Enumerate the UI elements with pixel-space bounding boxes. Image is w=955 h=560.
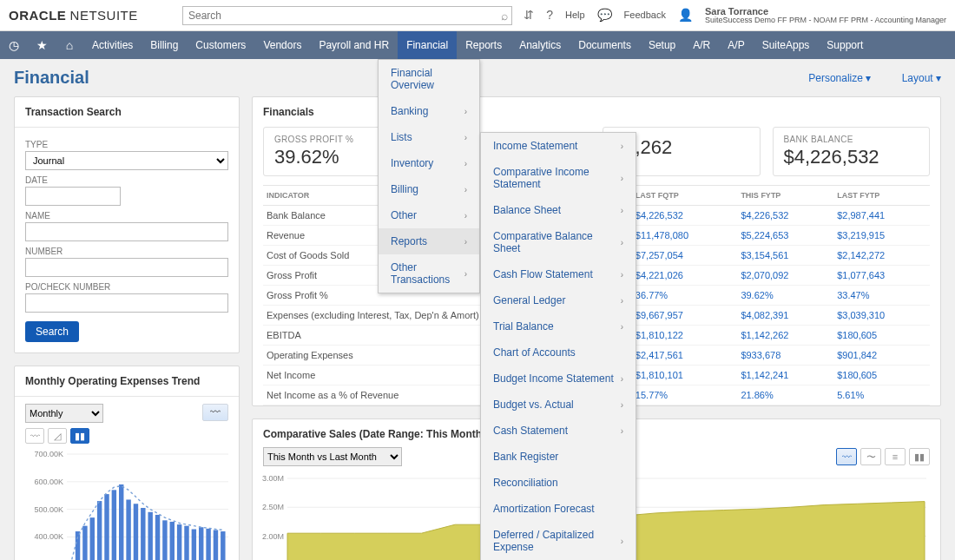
kpi-bank-balance: BANK BALANCE $4,226,532: [773, 127, 931, 176]
nav-setup[interactable]: Setup: [640, 31, 684, 59]
cs-range-select[interactable]: This Month vs Last Month: [263, 447, 402, 466]
help-icon[interactable]: ?: [546, 8, 553, 22]
role-switch-icon[interactable]: ⇵: [524, 8, 534, 22]
menu-deferred[interactable]: Deferred / Capitalized Expense›: [481, 522, 636, 560]
chevron-right-icon: ›: [621, 400, 623, 410]
nav-reports[interactable]: Reports: [457, 31, 510, 59]
menu-balance-sheet[interactable]: Balance Sheet›: [481, 197, 636, 223]
user-role: SuiteSuccess Demo FF PRM - NOAM FF PRM -…: [705, 16, 946, 24]
menu-cashflow[interactable]: Cash Flow Statement›: [481, 261, 636, 287]
menu-amortization[interactable]: Amortization Forecast: [481, 496, 636, 522]
nav-activities[interactable]: Activities: [83, 31, 142, 59]
menu-banking[interactable]: Banking›: [379, 98, 479, 124]
search-icon[interactable]: ⌕: [501, 9, 508, 23]
menu-income-statement[interactable]: Income Statement›: [481, 133, 636, 159]
svg-rect-28: [184, 526, 188, 560]
nav-ar[interactable]: A/R: [684, 31, 719, 59]
svg-rect-33: [221, 531, 225, 560]
menu-coa[interactable]: Chart of Accounts: [481, 339, 636, 366]
recent-icon[interactable]: ◷: [0, 38, 28, 52]
chart-area-icon[interactable]: 〰: [836, 448, 857, 465]
favorites-icon[interactable]: ★: [28, 38, 56, 52]
ts-number-input[interactable]: [25, 258, 228, 277]
ts-title: Transaction Search: [15, 97, 239, 128]
nav-documents[interactable]: Documents: [570, 31, 640, 59]
chart-area-icon[interactable]: ◿: [48, 428, 67, 444]
page-title: Financial: [14, 68, 89, 88]
menu-reports[interactable]: Reports›: [379, 228, 479, 254]
svg-rect-23: [148, 512, 152, 560]
kpi-label: BANK BALANCE: [784, 135, 919, 144]
search-input[interactable]: [182, 6, 512, 25]
svg-rect-16: [97, 501, 102, 560]
menu-gl[interactable]: General Ledger›: [481, 287, 636, 313]
layout-link[interactable]: Layout ▾: [888, 72, 941, 84]
cell-last-fytp: 33.47%: [833, 286, 930, 306]
nav-vendors[interactable]: Vendors: [254, 31, 310, 59]
home-icon[interactable]: ⌂: [56, 38, 83, 52]
user-icon[interactable]: 👤: [678, 8, 693, 22]
svg-text:600.00K: 600.00K: [34, 478, 63, 486]
cell-this-fytp: 39.62%: [737, 286, 833, 306]
chevron-right-icon: ›: [621, 374, 623, 384]
menu-other[interactable]: Other›: [379, 202, 479, 228]
nav-billing[interactable]: Billing: [142, 31, 187, 59]
menu-bank-register[interactable]: Bank Register: [481, 444, 636, 470]
chart-bar-icon[interactable]: ▮▮: [70, 428, 89, 444]
svg-rect-14: [82, 526, 87, 560]
menu-budget-income[interactable]: Budget Income Statement›: [481, 366, 636, 392]
nav-financial[interactable]: Financial: [398, 31, 457, 59]
personalize-link[interactable]: Personalize ▾: [794, 72, 871, 84]
trend-range-select[interactable]: Monthly: [25, 404, 103, 423]
feedback-icon[interactable]: 💬: [597, 8, 612, 22]
chart-bar-icon[interactable]: ▮▮: [909, 448, 930, 465]
nav-ap[interactable]: A/P: [719, 31, 753, 59]
cell-last-fqtp: $9,667,957: [632, 306, 738, 326]
ts-date-input[interactable]: [25, 187, 121, 206]
cell-this-fytp: $4,226,532: [737, 206, 833, 226]
ts-type-select[interactable]: Journal: [25, 151, 228, 170]
cell-last-fqtp: $4,226,532: [632, 206, 738, 226]
cell-this-fytp: $5,224,653: [737, 226, 833, 246]
menu-other-transactions[interactable]: Other Transactions›: [379, 254, 479, 293]
menu-reconciliation[interactable]: Reconciliation: [481, 470, 636, 496]
nav-suiteapps[interactable]: SuiteApps: [754, 31, 819, 59]
chart-line-icon[interactable]: 〰: [25, 428, 44, 444]
nav-payroll-hr[interactable]: Payroll and HR: [310, 31, 398, 59]
cell-last-fqtp: $1,810,122: [632, 326, 738, 346]
logo: ORACLE NETSUITE: [9, 8, 182, 23]
transaction-search-card: Transaction Search TYPE Journal DATE NAM…: [14, 96, 240, 353]
menu-lists[interactable]: Lists›: [379, 124, 479, 150]
cell-last-fytp: $3,039,310: [833, 306, 930, 326]
help-link[interactable]: Help: [565, 10, 585, 20]
chart-list-icon[interactable]: ≡: [885, 448, 906, 465]
nav-customers[interactable]: Customers: [187, 31, 254, 59]
menu-comp-balance[interactable]: Comparative Balance Sheet›: [481, 223, 636, 261]
feedback-link[interactable]: Feedback: [624, 10, 666, 20]
search-button[interactable]: Search: [25, 321, 79, 342]
menu-comp-income[interactable]: Comparative Income Statement›: [481, 159, 636, 197]
svg-text:500.00K: 500.00K: [34, 505, 63, 514]
ts-name-input[interactable]: [25, 222, 228, 241]
cell-last-fytp: $180,605: [833, 366, 930, 385]
cell-this-fytp: $1,142,262: [737, 326, 833, 346]
svg-text:700.00K: 700.00K: [34, 450, 63, 458]
user-block[interactable]: Sara Torrance SuiteSuccess Demo FF PRM -…: [705, 6, 946, 25]
chart-line-icon[interactable]: 〜: [860, 448, 881, 465]
menu-budget-actual[interactable]: Budget vs. Actual›: [481, 392, 636, 418]
menu-financial-overview[interactable]: Financial Overview: [379, 60, 479, 98]
nav-analytics[interactable]: Analytics: [510, 31, 570, 59]
global-search[interactable]: ⌕: [182, 6, 512, 25]
ts-pocheck-label: PO/CHECK NUMBER: [25, 282, 228, 292]
nav-support[interactable]: Support: [818, 31, 872, 59]
menu-inventory[interactable]: Inventory›: [379, 150, 479, 176]
cell-this-fytp: $3,154,561: [737, 246, 833, 266]
menu-cash-statement[interactable]: Cash Statement›: [481, 418, 636, 444]
cell-last-fytp: $2,142,272: [833, 246, 930, 266]
ts-pocheck-input[interactable]: [25, 293, 228, 313]
menu-billing[interactable]: Billing›: [379, 176, 479, 202]
trend-spark-icon[interactable]: 〰: [202, 404, 228, 421]
menu-trial-balance[interactable]: Trial Balance›: [481, 313, 636, 339]
financial-reports-menu: Income Statement› Comparative Income Sta…: [480, 132, 636, 560]
svg-rect-27: [177, 524, 181, 560]
